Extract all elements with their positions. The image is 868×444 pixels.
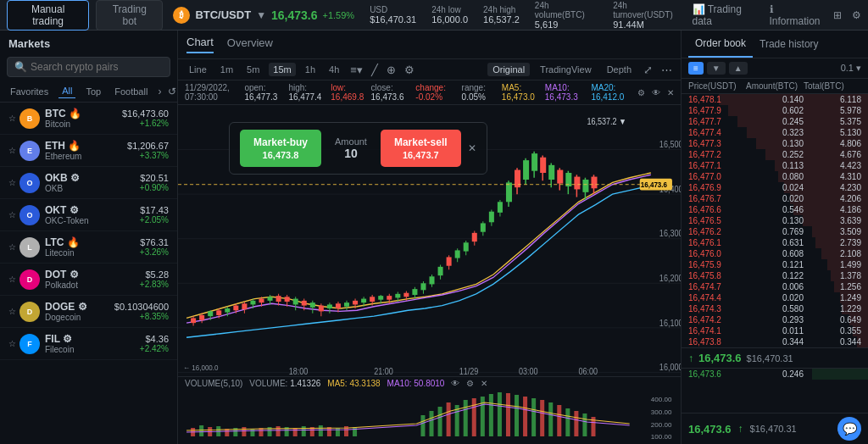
sell-total: 0.344 <box>804 337 861 347</box>
tab-chart[interactable]: Chart <box>186 36 214 53</box>
sell-order-row[interactable]: 16,476.6 0.546 4.186 <box>682 204 868 215</box>
sell-order-row[interactable]: 16,477.7 0.245 5.375 <box>682 116 868 127</box>
crypto-usd: $16,473.60 <box>122 108 169 119</box>
settings-icon[interactable]: ⚙ <box>852 9 861 21</box>
indicator-dropdown[interactable]: ≡▾ <box>350 64 363 76</box>
ma-close-icon[interactable]: ✕ <box>667 88 674 97</box>
sell-price: 16,476.6 <box>688 205 746 214</box>
time-5m[interactable]: 5m <box>242 63 264 76</box>
time-4h[interactable]: 4h <box>325 63 343 76</box>
crypto-list-item-okt[interactable]: ☆ O OKT ⚙ OKC-Token $17.43 +2.05% <box>0 199 177 231</box>
crypto-list-item-okb[interactable]: ☆ O OKB ⚙ OKB $20.51 +0.90% <box>0 167 177 199</box>
market-sell-button[interactable]: Market-sell 16,473.7 <box>381 130 461 167</box>
sell-order-row[interactable]: 16,474.4 0.020 1.249 <box>682 292 868 303</box>
ob-buy-btn[interactable]: ▲ <box>729 62 748 75</box>
sell-order-row[interactable]: 16,474.3 0.580 1.229 <box>682 303 868 314</box>
trading-data-link[interactable]: 📊 Trading data <box>693 3 760 27</box>
crypto-list-item-doge[interactable]: ☆ D DOGE ⚙ Dogecoin $0.10304600 +8.35% <box>0 296 177 328</box>
chat-button[interactable]: 💬 <box>837 417 861 441</box>
sell-order-row[interactable]: 16,477.9 0.602 5.978 <box>682 105 868 116</box>
pair-name[interactable]: BTC/USDT <box>195 8 251 21</box>
sell-order-row[interactable]: 16,476.2 0.769 3.509 <box>682 226 868 237</box>
settings-tool[interactable]: ⚙ <box>404 64 415 76</box>
ob-both-btn[interactable]: ≡ <box>688 62 704 75</box>
search-input[interactable] <box>31 61 163 73</box>
sell-amount: 0.020 <box>746 194 804 203</box>
orderbook-controls: ≡ ▼ ▲ 0.1 ▾ <box>682 58 868 79</box>
ma-settings-icon[interactable]: ⚙ <box>637 88 645 97</box>
buy-order-row[interactable]: 16,473.6 0.246 <box>682 369 868 380</box>
svg-rect-139 <box>430 411 434 436</box>
trade-overlay-close[interactable]: ✕ <box>468 142 476 154</box>
sell-order-row[interactable]: 16,477.0 0.080 4.310 <box>682 171 868 182</box>
vol-close-icon[interactable]: ✕ <box>481 379 487 388</box>
tab-orderbook[interactable]: Order book <box>688 31 753 58</box>
tab-overview[interactable]: Overview <box>227 36 273 53</box>
refresh-icon[interactable]: ↺ <box>168 86 176 97</box>
crypto-list-item-eth[interactable]: ☆ E ETH 🔥 Ethereum $1,206.67 +3.37% <box>0 135 177 167</box>
sell-order-row[interactable]: 16,476.7 0.020 4.206 <box>682 193 868 204</box>
time-1m[interactable]: 1m <box>216 63 237 76</box>
sell-order-row[interactable]: 16,477.2 0.252 4.676 <box>682 149 868 160</box>
chart-top-tabs: Chart Overview <box>178 31 681 59</box>
sell-order-row[interactable]: 16,475.9 0.121 1.499 <box>682 259 868 270</box>
ob-decimal[interactable]: 0.1 ▾ <box>841 63 861 74</box>
sell-order-row[interactable]: 16,477.4 0.323 5.130 <box>682 127 868 138</box>
sell-order-row[interactable]: 16,476.1 0.631 2.739 <box>682 237 868 248</box>
sell-price: 16,474.2 <box>688 315 746 325</box>
crypto-change: +1.62% <box>122 119 169 128</box>
crypto-usd: $4.36 <box>140 334 169 344</box>
filter-favorites[interactable]: Favorites <box>7 85 52 98</box>
filter-top[interactable]: Top <box>82 85 104 98</box>
crypto-list-item-btc[interactable]: ☆ B BTC 🔥 Bitcoin $16,473.60 +1.62% <box>0 103 177 135</box>
pair-dropdown-arrow[interactable]: ▼ <box>256 9 266 21</box>
sell-order-row[interactable]: 16,476.5 0.130 3.639 <box>682 215 868 226</box>
crypto-list-item-dot[interactable]: ☆ D DOT ⚙ Polkadot $5.28 +2.83% <box>0 264 177 296</box>
sell-order-row[interactable]: 16,478.1 0.140 6.118 <box>682 94 868 105</box>
svg-rect-54 <box>361 299 366 303</box>
sell-order-row[interactable]: 16,474.2 0.293 0.649 <box>682 314 868 325</box>
crypto-list-item-ltc[interactable]: ☆ L LTC 🔥 Litecoin $76.31 +3.26% <box>0 231 177 264</box>
draw-tool[interactable]: ╱ <box>371 64 378 76</box>
vol-settings-icon[interactable]: ⚙ <box>466 379 474 388</box>
market-buy-button[interactable]: Market-buy 16,473.8 <box>240 130 321 167</box>
svg-rect-18 <box>208 311 213 316</box>
sell-order-row[interactable]: 16,473.8 0.344 0.344 <box>682 336 868 347</box>
crypto-list-item-fil[interactable]: ☆ F FIL ⚙ Filecoin $4.36 +2.42% <box>0 328 177 360</box>
vol-eye-icon[interactable]: 👁 <box>451 379 459 388</box>
sell-order-row[interactable]: 16,477.1 0.113 4.423 <box>682 160 868 171</box>
filter-more-icon[interactable]: › <box>158 86 161 97</box>
time-line[interactable]: Line <box>185 63 211 76</box>
view-tradingview[interactable]: TradingView <box>535 63 597 76</box>
chart-area: Chart Overview Line 1m 5m 15m 1h 4h ≡▾ ╱… <box>178 31 682 444</box>
sell-price: 16,475.8 <box>688 271 746 280</box>
information-link[interactable]: ℹ Information <box>770 3 824 27</box>
view-original[interactable]: Original <box>487 63 530 76</box>
chart-more-icon[interactable]: ⋯ <box>661 64 672 76</box>
sell-order-row[interactable]: 16,474.1 0.011 0.355 <box>682 325 868 336</box>
svg-rect-56 <box>370 297 375 302</box>
ma-eye-icon[interactable]: 👁 <box>652 88 660 97</box>
layout-icon[interactable]: ⊞ <box>833 9 842 21</box>
svg-rect-152 <box>540 400 544 436</box>
sell-order-row[interactable]: 16,476.0 0.608 2.108 <box>682 248 868 259</box>
tab-trade-history[interactable]: Trade history <box>753 31 826 57</box>
sell-order-row[interactable]: 16,477.3 0.130 4.806 <box>682 138 868 149</box>
svg-rect-100 <box>557 170 563 184</box>
magnet-tool[interactable]: ⊕ <box>387 64 396 76</box>
time-1h[interactable]: 1h <box>301 63 320 76</box>
star-icon: ☆ <box>8 146 16 155</box>
manual-trading-tab[interactable]: Manual trading <box>7 0 89 31</box>
fullscreen-icon[interactable]: ⤢ <box>643 64 653 76</box>
svg-rect-146 <box>489 394 493 436</box>
filter-all[interactable]: All <box>58 84 75 98</box>
time-15m[interactable]: 15m <box>269 63 295 76</box>
ob-sell-btn[interactable]: ▼ <box>707 62 726 75</box>
sell-order-row[interactable]: 16,475.8 0.122 1.378 <box>682 270 868 281</box>
filter-football[interactable]: Football <box>111 85 151 98</box>
trading-bot-tab[interactable]: Trading bot <box>96 0 163 31</box>
sell-order-row[interactable]: 16,476.9 0.024 4.230 <box>682 182 868 193</box>
view-depth[interactable]: Depth <box>602 63 637 76</box>
sell-order-row[interactable]: 16,474.7 0.006 1.256 <box>682 281 868 292</box>
sell-amount: 0.140 <box>746 95 804 104</box>
